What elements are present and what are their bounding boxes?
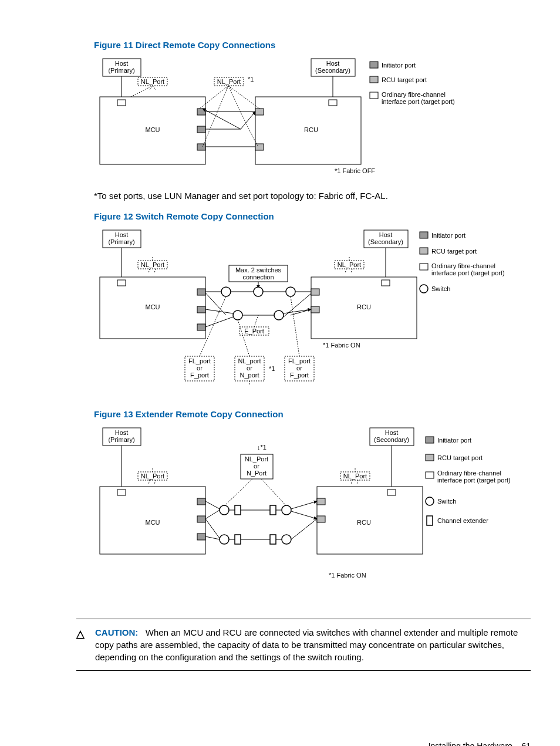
- svg-text:NL_Port: NL_Port: [141, 78, 164, 85]
- svg-line-28: [241, 112, 255, 129]
- svg-text:interface port (target port): interface port (target port): [382, 98, 455, 105]
- figure-13-title: Figure 13 Extender Remote Copy Connectio…: [94, 409, 531, 419]
- svg-text:Switch: Switch: [437, 498, 456, 505]
- caution-label: CAUTION:: [95, 627, 138, 637]
- svg-rect-140: [387, 490, 396, 495]
- port-topology-note: *To set ports, use LUN Manager and set p…: [94, 191, 531, 201]
- svg-rect-152: [235, 535, 241, 544]
- svg-text:Host: Host: [115, 60, 129, 67]
- figure-11-title: Figure 11 Direct Remote Copy Connections: [94, 40, 531, 50]
- svg-point-154: [282, 535, 291, 544]
- svg-text:RCU: RCU: [357, 519, 371, 526]
- svg-text:Initiator port: Initiator port: [382, 62, 416, 69]
- svg-rect-60: [197, 289, 205, 295]
- svg-text:*1: *1: [269, 365, 275, 372]
- svg-line-159: [291, 501, 317, 509]
- svg-point-151: [220, 535, 229, 544]
- svg-line-166: [261, 479, 286, 506]
- svg-text:*1 Fabric ON: *1 Fabric ON: [329, 572, 366, 579]
- svg-text:Ordinary fibre-channel: Ordinary fibre-channel: [431, 262, 495, 269]
- svg-text:or: or: [296, 364, 302, 372]
- svg-point-74: [274, 310, 284, 320]
- svg-text:interface port (target port): interface port (target port): [431, 269, 505, 276]
- svg-rect-32: [370, 62, 378, 68]
- svg-text:N_port: N_port: [239, 372, 259, 379]
- svg-text:NL_Port: NL_Port: [338, 261, 361, 268]
- svg-line-78: [205, 309, 233, 313]
- svg-line-165: [224, 479, 252, 506]
- svg-text:connection: connection: [242, 274, 274, 281]
- svg-text:or: or: [197, 364, 203, 372]
- svg-rect-20: [329, 100, 337, 106]
- svg-text:Host: Host: [385, 429, 399, 436]
- svg-text:Initiator port: Initiator port: [431, 232, 465, 239]
- svg-point-144: [220, 505, 229, 515]
- svg-point-69: [254, 287, 263, 296]
- svg-text:*1 Fabric ON: *1 Fabric ON: [323, 342, 360, 349]
- svg-point-175: [426, 497, 434, 505]
- svg-rect-34: [370, 76, 378, 83]
- svg-rect-172: [426, 472, 434, 478]
- svg-text:NL_port: NL_port: [238, 357, 261, 364]
- svg-text:E_Port: E_Port: [244, 328, 264, 335]
- svg-point-112: [420, 285, 428, 293]
- svg-text:N_Port: N_Port: [247, 470, 266, 477]
- svg-text:or: or: [254, 463, 259, 470]
- svg-point-147: [282, 505, 291, 515]
- svg-text:Host: Host: [115, 429, 129, 436]
- svg-rect-168: [426, 437, 434, 443]
- svg-rect-23: [255, 144, 264, 150]
- svg-rect-138: [197, 534, 205, 540]
- svg-point-68: [221, 287, 231, 296]
- caution-icon: △: [76, 627, 85, 640]
- svg-line-162: [205, 536, 220, 539]
- svg-rect-64: [382, 280, 390, 286]
- svg-text:NL_Port: NL_Port: [141, 261, 164, 268]
- svg-point-73: [233, 310, 242, 320]
- svg-text:↓*1: ↓*1: [257, 444, 266, 451]
- svg-line-103: [291, 296, 299, 356]
- svg-text:F_port: F_port: [190, 372, 209, 379]
- figure-11-diagram: Host (Primary) Host (Secondary) NL_Port …: [94, 56, 531, 185]
- svg-text:*1 Fabric OFF: *1 Fabric OFF: [335, 167, 375, 174]
- svg-rect-142: [317, 498, 325, 505]
- svg-text:NL_Port: NL_Port: [217, 78, 241, 85]
- svg-text:Ordinary fibre-channel: Ordinary fibre-channel: [382, 91, 446, 98]
- footer-section: Installing the Hardware: [429, 741, 512, 746]
- svg-rect-22: [255, 109, 264, 115]
- svg-line-164: [205, 519, 220, 538]
- svg-text:Ordinary fibre-channel: Ordinary fibre-channel: [437, 470, 501, 477]
- footer-page: 61: [521, 741, 531, 746]
- svg-text:(Primary): (Primary): [108, 67, 134, 74]
- svg-text:MCU: MCU: [145, 126, 160, 133]
- figure-13-diagram: Host (Primary) Host (Secondary) NL_Port …: [94, 425, 531, 601]
- svg-line-161: [291, 511, 317, 519]
- svg-rect-153: [270, 535, 276, 544]
- svg-text:Switch: Switch: [431, 285, 450, 292]
- svg-text:RCU target port: RCU target port: [437, 454, 483, 461]
- figure-12-title: Figure 12 Switch Remote Copy Connection: [94, 211, 531, 221]
- caution-block: △ CAUTION: When an MCU and RCU are conne…: [76, 619, 531, 671]
- svg-text:RCU target port: RCU target port: [382, 76, 427, 83]
- svg-text:NL_Port: NL_Port: [343, 472, 367, 480]
- svg-text:interface port (target port): interface port (target port): [437, 477, 511, 484]
- svg-text:or: or: [247, 364, 252, 372]
- svg-rect-134: [117, 490, 126, 495]
- svg-line-25: [228, 86, 259, 109]
- svg-text:RCU: RCU: [304, 126, 318, 133]
- svg-text:(Secondary): (Secondary): [315, 67, 350, 74]
- figure-12-diagram: Host (Primary) Host (Secondary) NL_Port …: [94, 227, 531, 403]
- svg-text:MCU: MCU: [145, 519, 160, 526]
- svg-line-80: [205, 317, 233, 327]
- svg-line-163: [291, 519, 317, 539]
- svg-text:Host: Host: [115, 231, 129, 238]
- svg-text:FL_port: FL_port: [288, 357, 311, 364]
- svg-rect-14: [117, 100, 126, 106]
- svg-rect-62: [197, 324, 205, 330]
- svg-text:F_port: F_port: [290, 372, 309, 379]
- svg-line-83: [291, 309, 311, 315]
- svg-text:Max. 2 switches: Max. 2 switches: [235, 266, 282, 274]
- svg-text:NL_Port: NL_Port: [245, 455, 268, 463]
- svg-rect-170: [426, 454, 434, 461]
- svg-rect-17: [197, 126, 205, 133]
